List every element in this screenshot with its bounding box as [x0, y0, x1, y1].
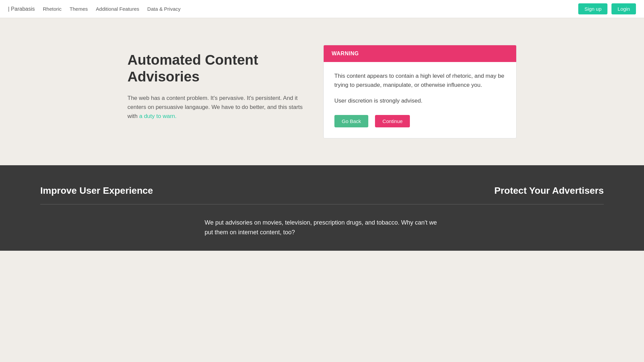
warning-header: WARNING: [324, 45, 516, 62]
page-title: Automated Content Advisories: [127, 52, 303, 85]
login-button[interactable]: Login: [611, 3, 636, 14]
signup-button[interactable]: Sign up: [578, 3, 607, 14]
nav-link-additional-features[interactable]: Additional Features: [96, 6, 139, 12]
warning-text-sub: User discretion is strongly advised.: [334, 98, 505, 104]
nav-links: Rhetoric Themes Additional Features Data…: [43, 6, 579, 12]
navbar: | Parabasis Rhetoric Themes Additional F…: [0, 0, 644, 18]
nav-link-themes[interactable]: Themes: [70, 6, 88, 12]
nav-link-data-privacy[interactable]: Data & Privacy: [147, 6, 180, 12]
warning-text-main: This content appears to contain a high l…: [334, 71, 505, 89]
go-back-button[interactable]: Go Back: [334, 115, 369, 127]
footer-headlines: Improve User Experience Protect Your Adv…: [40, 185, 604, 196]
duty-to-warn-link[interactable]: a duty to warn.: [139, 113, 177, 119]
warning-body: This content appears to contain a high l…: [324, 62, 516, 138]
warning-actions: Go Back Continue: [334, 115, 505, 127]
nav-link-rhetoric[interactable]: Rhetoric: [43, 6, 62, 12]
continue-button[interactable]: Continue: [375, 115, 410, 127]
footer-headline-left: Improve User Experience: [40, 185, 153, 196]
main-section: Automated Content Advisories The web has…: [87, 18, 557, 165]
footer-body-text: We put advisories on movies, television,…: [205, 218, 439, 237]
left-column: Automated Content Advisories The web has…: [127, 45, 303, 121]
footer-section: Improve User Experience Protect Your Adv…: [0, 165, 644, 251]
right-column: WARNING This content appears to contain …: [323, 45, 517, 138]
nav-brand[interactable]: | Parabasis: [8, 6, 35, 12]
footer-headline-right: Protect Your Advertisers: [494, 185, 604, 196]
footer-divider: [40, 204, 604, 204]
warning-box: WARNING This content appears to contain …: [323, 45, 517, 138]
nav-actions: Sign up Login: [578, 3, 636, 14]
page-description: The web has a content problem. It's perv…: [127, 94, 303, 121]
